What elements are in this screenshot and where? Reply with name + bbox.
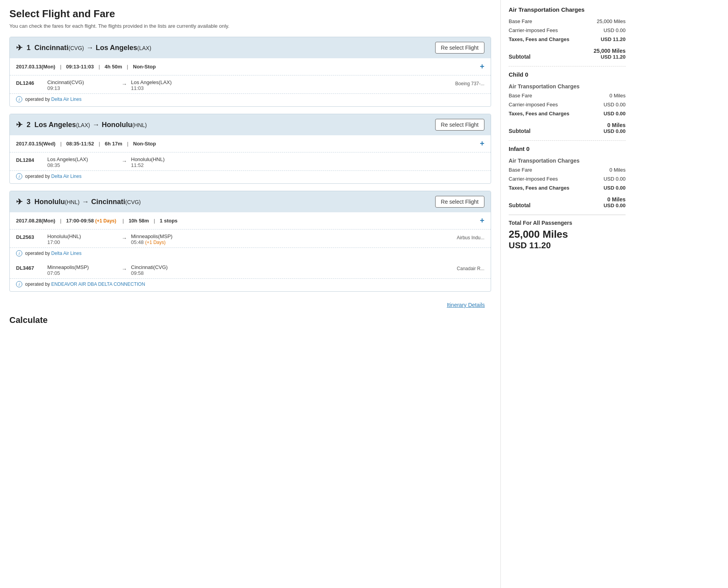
operated-by-2-1: i operated by Delta Air Lines [10, 171, 491, 183]
infant-subtotal-value: 0 Miles USD 0.00 [604, 196, 626, 208]
operated-by-3-2: i operated by ENDEAVOR AIR DBA DELTA CON… [10, 279, 491, 291]
base-fare-label: Base Fare [509, 18, 586, 24]
flight-card-1: ✈1Cincinnati(CVG) → Los Angeles(LAX)Re s… [9, 37, 491, 107]
flight-summary-row-1: 2017.03.13(Mon) | 09:13-11:03 | 4h 50m |… [10, 58, 491, 75]
expand-flight-2-button[interactable]: + [480, 139, 484, 148]
flight-date: 2017.08.28(Mon) [16, 218, 55, 224]
flight-segment-2-1: DL1284 Los Angeles(LAX) 08:35 → Honolulu… [10, 152, 491, 171]
segment-aircraft: Boeing 737-... [455, 81, 484, 86]
plane-icon: ✈ [16, 197, 23, 206]
child-subtotal-usd: USD 0.00 [604, 128, 626, 134]
flight-card-header-3: ✈3Honolulu(HNL) → Cincinnati(CVG)Re sele… [10, 191, 491, 212]
reselect-flight-2-button[interactable]: Re select Flight [435, 119, 484, 131]
infant-carrier-fees-value: USD 0.00 [586, 176, 626, 182]
child-subtotal-row: Subtotal 0 Miles USD 0.00 [509, 120, 626, 134]
flight-card-header-1: ✈1Cincinnati(CVG) → Los Angeles(LAX)Re s… [10, 37, 491, 58]
child-air-transportation-title: Air Transportation Charges [509, 83, 626, 90]
segment-aircraft: Airbus Indu... [457, 235, 484, 240]
arrow-icon: → [92, 121, 99, 129]
base-fare-value: 25,000 Miles [586, 18, 626, 24]
carrier-fees-label: Carrier-imposed Fees [509, 27, 586, 33]
flight-duration: 4h 50m [105, 64, 122, 70]
infant-subtotal-row: Subtotal 0 Miles USD 0.00 [509, 194, 626, 208]
flight-stops: Non-Stop [133, 141, 156, 147]
reselect-flight-3-button[interactable]: Re select Flight [435, 196, 484, 208]
infant-base-fare-value: 0 Miles [586, 167, 626, 173]
infant-subtotal-label: Subtotal [509, 202, 531, 208]
taxes-fees-value: USD 11.20 [586, 36, 626, 42]
taxes-fees-row: Taxes, Fees and Charges USD 11.20 [509, 36, 626, 42]
operator-link[interactable]: ENDEAVOR AIR DBA DELTA CONNECTION [51, 281, 145, 287]
flight-destination: Honolulu(HNL) [102, 121, 147, 129]
arrow-icon: → [82, 198, 89, 206]
flight-time-range: 09:13-11:03 [66, 64, 94, 70]
adult-subtotal-row: Subtotal 25,000 Miles USD 11.20 [509, 45, 626, 60]
infant-base-fare-label: Base Fare [509, 167, 586, 173]
child-subtotal-value: 0 Miles USD 0.00 [604, 122, 626, 134]
flight-number-3: 3 [27, 198, 30, 206]
flight-stops: Non-Stop [133, 64, 156, 70]
segment-destination: Minneapolis(MSP) 05:48 (+1 Days) [131, 233, 209, 245]
flight-card-2: ✈2Los Angeles(LAX) → Honolulu(HNL)Re sel… [9, 114, 491, 184]
infant-base-fare-row: Base Fare 0 Miles [509, 167, 626, 173]
flight-stops: 1 stops [160, 218, 178, 224]
calculate-title: Calculate [9, 315, 491, 325]
adult-subtotal-value: 25,000 Miles USD 11.20 [594, 48, 626, 60]
infant-carrier-fees-label: Carrier-imposed Fees [509, 176, 586, 182]
infant-taxes-fees-row: Taxes, Fees and Charges USD 0.00 [509, 185, 626, 191]
infant-taxes-fees-label: Taxes, Fees and Charges [509, 185, 586, 191]
segment-flight-num: DL2563 [16, 234, 47, 240]
itinerary-details-link[interactable]: Itinerary Details [447, 302, 485, 308]
child-carrier-fees-label: Carrier-imposed Fees [509, 102, 586, 108]
flight-summary-row-3: 2017.08.28(Mon) | 17:00-09:58 (+1 Days) … [10, 212, 491, 229]
carrier-fees-value: USD 0.00 [586, 27, 626, 33]
plane-icon: ✈ [16, 43, 23, 52]
total-section: Total For All Passengers 25,000 Miles US… [509, 220, 626, 251]
flight-number-1: 1 [27, 44, 30, 52]
flight-origin: Los Angeles(LAX) [34, 121, 90, 129]
child-section-title: Child 0 [509, 71, 626, 79]
infant-subtotal-usd: USD 0.00 [604, 203, 626, 208]
expand-flight-3-button[interactable]: + [480, 216, 484, 225]
segment-flight-num: DL1246 [16, 80, 47, 86]
operator-link[interactable]: Delta Air Lines [51, 97, 81, 102]
child-taxes-fees-row: Taxes, Fees and Charges USD 0.00 [509, 111, 626, 117]
flight-time-range: 17:00-09:58 (+1 Days) [66, 218, 118, 224]
reselect-flight-1-button[interactable]: Re select Flight [435, 42, 484, 54]
flight-segment-3-2: DL3467 Minneapolis(MSP) 07:05 → Cincinna… [10, 260, 491, 279]
operated-by-3-1: i operated by Delta Air Lines [10, 248, 491, 260]
child-subtotal-label: Subtotal [509, 128, 531, 134]
flight-date: 2017.03.13(Mon) [16, 64, 55, 70]
taxes-fees-label: Taxes, Fees and Charges [509, 36, 586, 42]
child-taxes-fees-label: Taxes, Fees and Charges [509, 111, 586, 117]
info-icon: i [16, 96, 22, 102]
child-carrier-fees-value: USD 0.00 [586, 102, 626, 108]
total-miles: 25,000 Miles [509, 228, 626, 240]
child-base-fare-row: Base Fare 0 Miles [509, 93, 626, 99]
infant-carrier-fees-row: Carrier-imposed Fees USD 0.00 [509, 176, 626, 182]
segment-arrow-icon: → [122, 81, 127, 87]
page-subtitle: You can check the fares for each flight.… [9, 23, 491, 29]
flight-card-3: ✈3Honolulu(HNL) → Cincinnati(CVG)Re sele… [9, 191, 491, 292]
expand-flight-1-button[interactable]: + [480, 62, 484, 71]
segment-aircraft: Canadair R... [457, 266, 484, 271]
info-icon: i [16, 281, 22, 287]
operator-link[interactable]: Delta Air Lines [51, 251, 81, 256]
segment-flight-num: DL3467 [16, 265, 47, 271]
total-usd: USD 11.20 [509, 240, 626, 251]
adult-air-transportation-title: Air Transportation Charges [509, 6, 626, 14]
child-base-fare-value: 0 Miles [586, 93, 626, 99]
segment-origin: Honolulu(HNL) 17:00 [47, 233, 118, 245]
flight-segment-1-1: DL1246 Cincinnati(CVG) 09:13 → Los Angel… [10, 75, 491, 94]
base-fare-row: Base Fare 25,000 Miles [509, 18, 626, 24]
segment-destination: Cincinnati(CVG) 09:58 [131, 264, 209, 276]
operator-link[interactable]: Delta Air Lines [51, 174, 81, 179]
segment-arrow-icon: → [122, 158, 127, 164]
infant-section-title: Infant 0 [509, 145, 626, 154]
flight-duration: 6h 17m [105, 141, 122, 147]
infant-subtotal-miles: 0 Miles [604, 196, 626, 203]
segment-destination: Los Angeles(LAX) 11:03 [131, 79, 209, 91]
adult-subtotal-label: Subtotal [509, 54, 531, 60]
arrow-icon: → [86, 44, 93, 52]
fare-summary-sidebar: Air Transportation Charges Base Fare 25,… [500, 0, 633, 588]
